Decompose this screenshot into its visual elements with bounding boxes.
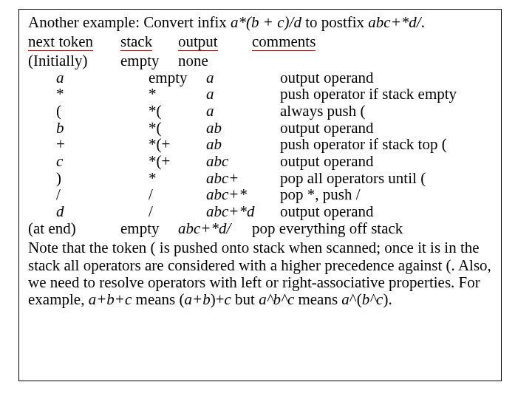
table-row: aemptyaoutput operand: [28, 69, 492, 86]
note-text: but: [231, 290, 259, 308]
stack-cell: *: [149, 86, 206, 103]
column-headers: next token stack output comments: [28, 33, 492, 52]
comment-cell: pop everything off stack: [252, 220, 492, 237]
comment-cell: output operand: [280, 203, 492, 220]
comment-cell: [252, 52, 492, 69]
token-cell: c: [56, 152, 63, 170]
output-cell: none: [178, 52, 252, 69]
token-cell: /: [56, 185, 61, 203]
output-cell: a: [206, 86, 280, 103]
token-cell: b: [56, 119, 64, 137]
table-row: c*(+abcoutput operand: [28, 153, 492, 170]
stack-cell: /: [149, 203, 206, 220]
comment-cell: push operator if stack empty: [280, 86, 492, 103]
note-expr: a+b: [184, 290, 210, 308]
stack-cell: *(: [149, 120, 206, 137]
stack-cell: empty: [120, 220, 178, 237]
output-cell: abc+*d: [206, 203, 280, 220]
comment-cell: always push (: [280, 103, 492, 120]
note-expr: b^c: [362, 290, 383, 308]
title-pre: Another example: Convert infix: [28, 13, 231, 31]
stack-cell: *(+: [149, 153, 206, 170]
conversion-table: (Initially)emptynoneaemptyaoutput operan…: [28, 52, 492, 236]
footnote: Note that the token ( is pushed onto sta…: [28, 239, 492, 307]
token-cell: a: [56, 69, 64, 86]
note-expr: a+b+c: [89, 290, 132, 308]
note-text: ).: [383, 290, 392, 308]
comment-cell: output operand: [280, 120, 492, 137]
token-cell: +: [56, 135, 65, 153]
stack-cell: empty: [120, 52, 178, 69]
output-cell: abc+: [206, 170, 280, 187]
note-expr: c: [224, 290, 231, 308]
title: Another example: Convert infix a*(b + c)…: [28, 14, 492, 32]
table-row: //abc+*pop *, push /: [28, 186, 492, 203]
table-row: )*abc+pop all operators until (: [28, 170, 492, 187]
comment-cell: push operator if stack top (: [280, 136, 492, 153]
table-row: d/abc+*doutput operand: [28, 203, 492, 220]
title-postfix: abc+*d/: [368, 13, 420, 31]
note-text: )+: [211, 290, 225, 308]
title-infix: a*(b + c)/d: [231, 13, 301, 31]
output-cell: abc+*d/: [178, 220, 252, 237]
title-mid: to postfix: [301, 13, 368, 31]
output-cell: abc+*: [206, 186, 280, 203]
header-comments: comments: [252, 33, 316, 52]
table-row: (at end)emptyabc+*d/ pop everything off …: [28, 220, 492, 237]
output-cell: abc: [206, 153, 280, 170]
table-row: +*(+abpush operator if stack top (: [28, 136, 492, 153]
note-text: ^(: [349, 290, 362, 308]
note-expr: a^b^c: [259, 290, 294, 308]
output-cell: a: [206, 69, 280, 86]
token-cell: (: [56, 102, 61, 120]
header-token: next token: [28, 33, 93, 52]
content-frame: Another example: Convert infix a*(b + c)…: [18, 9, 502, 381]
note-text: means (: [132, 290, 184, 308]
token-cell: *: [56, 85, 64, 103]
token-cell: (Initially): [28, 52, 87, 69]
title-post: .: [421, 13, 425, 31]
table-row: b*(aboutput operand: [28, 120, 492, 137]
stack-cell: /: [149, 186, 206, 203]
header-output: output: [178, 33, 218, 52]
table-row: **apush operator if stack empty: [28, 86, 492, 103]
header-stack: stack: [120, 33, 152, 52]
token-cell: (at end): [28, 219, 76, 237]
stack-cell: *(+: [149, 136, 206, 153]
output-cell: ab: [206, 120, 280, 137]
token-cell: d: [56, 202, 64, 220]
token-cell: ): [56, 169, 61, 187]
stack-cell: *(: [149, 103, 206, 120]
note-expr: a: [341, 290, 349, 308]
comment-cell: pop all operators until (: [280, 170, 492, 187]
output-cell: a: [206, 103, 280, 120]
note-text: means: [294, 290, 341, 308]
comment-cell: output operand: [280, 153, 492, 170]
stack-cell: *: [149, 170, 206, 187]
stack-cell: empty: [149, 69, 206, 86]
table-row: (*(aalways push (: [28, 103, 492, 120]
comment-cell: pop *, push /: [280, 186, 492, 203]
table-row: (Initially)emptynone: [28, 52, 492, 69]
output-cell: ab: [206, 136, 280, 153]
comment-cell: output operand: [280, 69, 492, 86]
